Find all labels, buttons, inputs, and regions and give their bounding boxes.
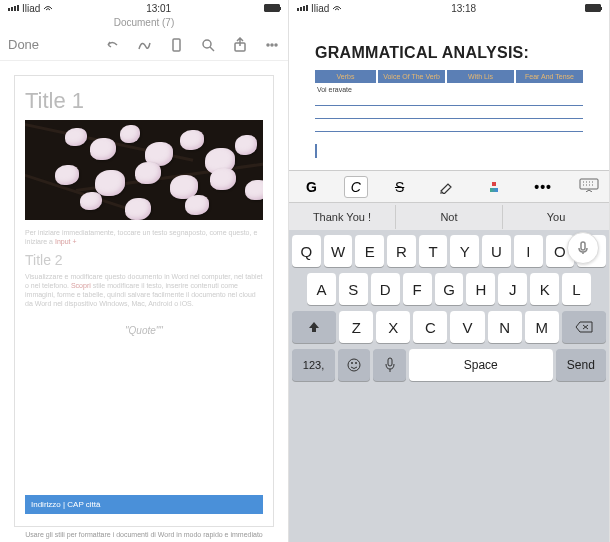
placeholder-image[interactable]: [25, 120, 263, 220]
more-icon[interactable]: [264, 37, 280, 53]
key-n[interactable]: N: [488, 311, 522, 343]
draw-icon[interactable]: [136, 37, 152, 53]
table-header-cell[interactable]: Fear And Tense: [516, 70, 583, 83]
device-icon[interactable]: [168, 37, 184, 53]
document-canvas[interactable]: GRAMMATICAL ANALYSIS: Verbs Voice Of The…: [289, 16, 609, 170]
key-k[interactable]: K: [530, 273, 559, 305]
table-header-cell[interactable]: With Lis: [447, 70, 514, 83]
heading-title1[interactable]: Title 1: [25, 88, 263, 114]
page-title[interactable]: GRAMMATICAL ANALYSIS:: [315, 44, 583, 62]
svg-point-10: [355, 362, 357, 364]
key-h[interactable]: H: [466, 273, 495, 305]
color-swatch-icon: [490, 182, 500, 192]
key-send[interactable]: Send: [556, 349, 606, 381]
table-divider: [315, 131, 583, 132]
svg-rect-7: [580, 179, 598, 189]
document-canvas[interactable]: Title 1: [0, 61, 288, 542]
heading-title2[interactable]: Title 2: [25, 252, 263, 268]
key-r[interactable]: R: [387, 235, 416, 267]
wifi-icon: [332, 4, 342, 12]
strikethrough-button[interactable]: S: [388, 176, 411, 198]
toolbar: Done: [0, 29, 288, 61]
keyboard-row: Q W E R T Y U I O P: [292, 235, 606, 267]
key-c[interactable]: C: [413, 311, 447, 343]
done-button[interactable]: Done: [8, 37, 39, 52]
key-f[interactable]: F: [403, 273, 432, 305]
svg-point-8: [348, 359, 360, 371]
key-a[interactable]: A: [307, 273, 336, 305]
carrier-label: Iliad: [22, 3, 40, 14]
clock: 13:18: [451, 3, 476, 14]
suggestion-bar: Thank You ! Not You: [289, 202, 609, 230]
table-header-cell[interactable]: Verbs: [315, 70, 376, 83]
placeholder-paragraph-2[interactable]: Visualizzare e modificare questo documen…: [25, 272, 263, 308]
svg-point-5: [275, 44, 277, 46]
placeholder-paragraph[interactable]: Per iniziare immediatamente, toccare un …: [25, 228, 263, 246]
key-emoji[interactable]: [338, 349, 370, 381]
key-d[interactable]: D: [371, 273, 400, 305]
key-i[interactable]: I: [514, 235, 543, 267]
dictation-button[interactable]: [567, 232, 599, 264]
battery-icon: [264, 4, 280, 12]
quote-text[interactable]: "Quote"": [25, 325, 263, 336]
search-icon[interactable]: [200, 37, 216, 53]
keyboard-row: 123, Space Send: [292, 349, 606, 381]
signal-icon: [297, 5, 308, 11]
italic-button[interactable]: C: [344, 176, 368, 198]
undo-icon[interactable]: [104, 37, 120, 53]
emoji-icon: [346, 357, 362, 373]
key-j[interactable]: J: [498, 273, 527, 305]
key-g[interactable]: G: [435, 273, 464, 305]
key-z[interactable]: Z: [339, 311, 373, 343]
microphone-icon: [576, 241, 590, 255]
suggestion-item[interactable]: Not: [396, 205, 503, 229]
svg-point-1: [203, 40, 211, 48]
text-cursor-line[interactable]: [315, 144, 583, 158]
table-header-cell[interactable]: Voice Of The Verb: [378, 70, 445, 83]
bold-button[interactable]: G: [299, 176, 324, 198]
battery-icon: [585, 4, 601, 12]
key-q[interactable]: Q: [292, 235, 321, 267]
key-u[interactable]: U: [482, 235, 511, 267]
key-x[interactable]: X: [376, 311, 410, 343]
key-numbers[interactable]: 123,: [292, 349, 335, 381]
svg-rect-0: [173, 39, 180, 51]
backspace-icon: [575, 321, 593, 333]
microphone-icon: [384, 357, 396, 373]
key-y[interactable]: Y: [450, 235, 479, 267]
keyboard-row: Z X C V N M: [292, 311, 606, 343]
svg-point-3: [267, 44, 269, 46]
highlight-button[interactable]: [431, 177, 463, 197]
more-format-button[interactable]: •••: [527, 176, 559, 198]
wifi-icon: [43, 4, 53, 12]
key-t[interactable]: T: [419, 235, 448, 267]
color-picker-button[interactable]: [483, 179, 507, 195]
svg-point-9: [351, 362, 353, 364]
svg-point-4: [271, 44, 273, 46]
shift-icon: [307, 320, 321, 334]
key-backspace[interactable]: [562, 311, 606, 343]
key-space[interactable]: Space: [409, 349, 553, 381]
key-s[interactable]: S: [339, 273, 368, 305]
signal-icon: [8, 5, 19, 11]
key-w[interactable]: W: [324, 235, 353, 267]
key-v[interactable]: V: [450, 311, 484, 343]
key-shift[interactable]: [292, 311, 336, 343]
table-divider: [315, 105, 583, 106]
key-e[interactable]: E: [355, 235, 384, 267]
share-icon[interactable]: [232, 37, 248, 53]
text-cursor: [315, 144, 317, 158]
suggestion-item[interactable]: You: [503, 205, 609, 229]
bottom-hint: Usare gli stili per formattare i documen…: [14, 527, 274, 542]
key-m[interactable]: M: [525, 311, 559, 343]
suggestion-item[interactable]: Thank You !: [289, 205, 396, 229]
footer-address[interactable]: Indirizzo | CAP città: [25, 495, 263, 514]
screen-document-editor: Iliad 13:01 Document (7) Done Title 1: [0, 0, 289, 542]
table-header-row: Verbs Voice Of The Verb With Lis Fear An…: [315, 70, 583, 83]
keyboard-toggle-button[interactable]: [579, 178, 599, 195]
key-dictation[interactable]: [373, 349, 405, 381]
keyboard-row: A S D F G H J K L: [292, 273, 606, 305]
table-row-text[interactable]: Voi eravate: [315, 83, 583, 93]
document-page: Title 1: [14, 75, 274, 527]
key-l[interactable]: L: [562, 273, 591, 305]
